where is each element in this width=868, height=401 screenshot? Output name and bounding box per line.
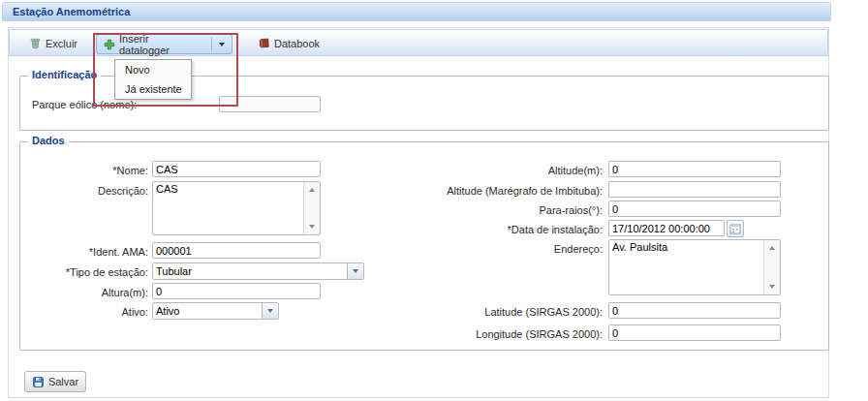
calendar-icon [729, 223, 741, 234]
scroll-down-icon[interactable] [304, 220, 320, 233]
page-title: Estação Anemométrica [13, 6, 130, 17]
save-icon [32, 376, 45, 388]
trash-icon [29, 37, 42, 49]
latitude-label: Latitude (SIRGAS 2000): [420, 305, 603, 319]
databook-label: Databook [274, 38, 320, 49]
combo-arrow-icon[interactable] [347, 263, 363, 279]
annotation-highlight [93, 33, 238, 107]
book-icon [258, 38, 270, 49]
descricao-label: Descrição: [27, 184, 148, 198]
app-window: Estação Anemométrica Excluir Inserir dat… [0, 0, 868, 401]
altitude-label: Altitude(m): [420, 164, 603, 177]
combo-arrow-icon[interactable] [262, 303, 278, 319]
panel-header: Estação Anemométrica [2, 2, 831, 21]
nome-label: *Nome: [27, 164, 148, 177]
endereco-textarea-input[interactable]: Av. Paulsita [609, 240, 763, 294]
scroll-up-icon[interactable] [764, 241, 780, 255]
salvar-button[interactable]: Salvar [24, 371, 86, 392]
altitude-maregrafo-label: Altitude (Marégrafo de Imbituba): [420, 184, 603, 198]
para-raios-input[interactable] [608, 200, 781, 217]
longitude-input[interactable] [608, 324, 781, 341]
altura-label: Altura(m): [27, 286, 148, 299]
endereco-textarea[interactable]: Av. Paulsita [608, 239, 781, 295]
endereco-scrollbar[interactable] [763, 240, 780, 294]
endereco-label: Endereço: [420, 242, 603, 256]
ident-ama-label: *Ident. AMA: [27, 245, 148, 259]
descricao-textarea-input[interactable]: CAS [153, 182, 303, 234]
descricao-scrollbar[interactable] [303, 182, 320, 234]
identificacao-legend: Identificação [28, 69, 101, 80]
nome-input[interactable] [152, 161, 321, 177]
latitude-input[interactable] [608, 302, 781, 319]
tipo-estacao-value[interactable] [153, 263, 346, 279]
calendar-button[interactable] [727, 220, 744, 237]
para-raios-label: Para-raios(°): [420, 203, 603, 217]
tipo-estacao-label: *Tipo de estação: [27, 265, 148, 279]
data-instalacao-label: *Data de instalação: [420, 223, 603, 236]
longitude-label: Longitude (SIRGAS 2000): [420, 327, 603, 341]
ativo-label: Ativo: [27, 305, 148, 319]
altura-input[interactable] [152, 283, 321, 299]
ativo-select[interactable] [152, 302, 279, 320]
tipo-estacao-select[interactable] [152, 262, 364, 280]
ativo-value[interactable] [153, 303, 261, 319]
descricao-textarea[interactable]: CAS [152, 181, 321, 235]
scroll-down-icon[interactable] [764, 280, 780, 293]
dados-legend: Dados [28, 135, 69, 146]
databook-button[interactable]: Databook [250, 33, 327, 53]
salvar-label: Salvar [48, 376, 78, 387]
ident-ama-input[interactable] [152, 242, 321, 259]
altitude-input[interactable] [608, 161, 781, 177]
excluir-label: Excluir [46, 38, 78, 49]
scroll-up-icon[interactable] [304, 183, 320, 197]
altitude-maregrafo-input[interactable] [608, 181, 781, 198]
excluir-button[interactable]: Excluir [21, 33, 85, 53]
data-instalacao-input[interactable] [608, 220, 725, 236]
